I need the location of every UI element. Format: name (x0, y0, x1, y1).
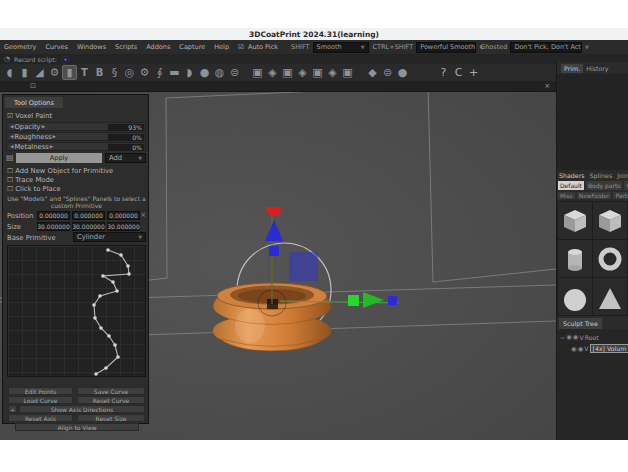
show-axis-directions-button[interactable]: Show Axis Directions (19, 405, 145, 413)
spiral-icon[interactable]: § (107, 65, 122, 80)
decrement-icon[interactable]: ◀ (10, 124, 13, 129)
record-button[interactable] (62, 56, 69, 63)
bolt-icon[interactable]: ◗ (182, 65, 197, 80)
model-shape-icon-1[interactable]: ▣ (250, 65, 265, 80)
dark-torus-icon[interactable]: ◍ (212, 65, 227, 80)
roughness-slider[interactable]: ◀ Roughness ▶ 0% (6, 132, 146, 141)
curve-path[interactable] (94, 250, 129, 374)
axis-pin-icon[interactable]: + (8, 405, 17, 413)
roughness-value[interactable]: 0% (108, 134, 144, 141)
sculpt-tree-tab[interactable]: Sculpt Tree (559, 318, 602, 329)
capsule-icon[interactable]: ◖ (2, 65, 17, 80)
curve-points[interactable] (92, 248, 131, 376)
model-shape-icon-4[interactable]: ◈ (295, 65, 310, 80)
metalness-slider[interactable]: ◀ Metalness ▶ 0% (6, 142, 146, 151)
bold-text-tool-icon[interactable]: B (92, 65, 107, 80)
size-z-field[interactable]: 30.000000 (107, 222, 140, 231)
model-shape-icon-7[interactable]: ▣ (340, 65, 355, 80)
tube-icon[interactable]: ▮ (17, 65, 32, 80)
menu-geometry[interactable]: Geometry (4, 43, 36, 51)
increment-icon[interactable]: ▶ (42, 124, 45, 129)
tab-splines[interactable]: Splines (590, 172, 613, 179)
align-to-view-button[interactable]: Align to View (15, 423, 139, 431)
tab-shaders[interactable]: Shaders (559, 172, 585, 179)
diamond-icon[interactable]: ◆ (365, 65, 380, 80)
reset-size-button[interactable]: Reset Size (77, 414, 145, 422)
ghost-eye-icon[interactable]: ◉ (578, 345, 584, 353)
reset-axis-button[interactable]: Reset Axis (8, 414, 73, 422)
tree-row-volume[interactable]: ◉ ◉ V [4x] Volum (571, 344, 628, 353)
category-body-parts[interactable]: Body parts (586, 181, 622, 190)
ghosted-mode-dropdown[interactable]: Don't Pick, Don't Act ▼ (510, 42, 582, 53)
tab-history[interactable]: History (583, 64, 611, 73)
save-curve-button[interactable]: Save Curve (77, 387, 145, 395)
trace-mode-checkbox[interactable]: ☐ Trace Mode (7, 176, 54, 184)
base-primitive-dropdown[interactable]: Cylinder ▼ (73, 232, 146, 242)
torus-icon[interactable]: ◎ (122, 65, 137, 80)
category-cloth[interactable]: Clo (624, 181, 628, 190)
cylinder-tool-icon[interactable]: ▮ (62, 65, 77, 80)
position-y-field[interactable]: 0.000000 (72, 211, 105, 220)
opacity-slider[interactable]: ◀ Opacity ▶ 93% (6, 122, 146, 131)
shader-thumb-cone[interactable] (593, 278, 627, 315)
visibility-eye-icon[interactable]: ◉ (571, 345, 577, 353)
clear-position-icon[interactable]: × (140, 211, 146, 219)
model-shape-icon-5[interactable]: ▣ (310, 65, 325, 80)
model-shape-icon-2[interactable]: ◈ (265, 65, 280, 80)
viewport-dock-icon[interactable]: ⊡ (30, 82, 36, 90)
shader-thumb-sphere[interactable] (558, 278, 592, 315)
add-new-object-checkbox[interactable]: ☐ Add New Object for Primitive (7, 167, 113, 175)
reset-curve-button[interactable]: Reset Curve (77, 396, 145, 404)
shader-thumb-cube-2[interactable] (593, 202, 627, 239)
close-icon[interactable]: × (544, 82, 550, 90)
volume-selected-item[interactable]: [4x] Volum (590, 344, 628, 353)
help-icon[interactable]: ? (436, 65, 451, 80)
ghost-eye-icon[interactable]: ◉ (573, 333, 579, 341)
visibility-eye-icon[interactable]: ◉ (566, 333, 572, 341)
category-default[interactable]: Default (558, 181, 584, 190)
voxel-paint-checkbox[interactable]: ☑ Voxel Paint (7, 112, 52, 120)
slab-icon[interactable]: ▬ (167, 65, 182, 80)
subcategory-misc[interactable]: Misc (558, 192, 575, 199)
gear-icon[interactable]: ⚙ (47, 65, 62, 80)
apply-button[interactable]: Apply (16, 153, 102, 163)
shader-thumb-cylinder[interactable] (558, 240, 592, 277)
position-z-field[interactable]: 0.000000 (107, 211, 140, 220)
profile-curve-editor[interactable] (7, 245, 146, 377)
ctrl-shift-action-dropdown[interactable]: Powerful Smooth ▼ (416, 42, 476, 53)
edit-points-button[interactable]: Edit Points (8, 387, 73, 395)
tab-prim[interactable]: Prim. (561, 64, 583, 73)
model-shape-icon-6[interactable]: ◈ (325, 65, 340, 80)
decrement-icon[interactable]: ◀ (10, 134, 13, 139)
menu-help[interactable]: Help (214, 43, 229, 51)
blob-icon[interactable]: ● (395, 65, 410, 80)
shader-thumb-cube-1[interactable] (558, 202, 592, 239)
load-curve-button[interactable]: Load Curve (8, 396, 73, 404)
menu-addons[interactable]: Addons (146, 43, 170, 51)
size-y-field[interactable]: 30.000000 (72, 222, 105, 231)
screw-icon[interactable]: ∮ (152, 65, 167, 80)
opacity-value[interactable]: 93% (108, 124, 144, 131)
increment-icon[interactable]: ▶ (50, 144, 53, 149)
x-axis-blue-cube[interactable] (388, 296, 397, 305)
x-axis-green-cube[interactable] (348, 295, 359, 306)
tool-options-tab[interactable]: Tool Options (5, 97, 63, 108)
ellipse-icon[interactable]: ⊜ (380, 65, 395, 80)
menu-scripts[interactable]: Scripts (115, 43, 137, 51)
blend-mode-dropdown[interactable]: Add ▼ (105, 153, 146, 163)
curves-toggle-icon[interactable]: C (451, 65, 466, 80)
auto-pick-toggle[interactable]: ☑ Auto Pick (238, 43, 278, 51)
position-x-field[interactable]: 0.000000 (37, 211, 70, 220)
text-tool-icon[interactable]: T (77, 65, 92, 80)
rivet-icon[interactable]: ● (197, 65, 212, 80)
menu-capture[interactable]: Capture (179, 43, 205, 51)
collapse-icon[interactable]: − (560, 334, 565, 341)
click-to-place-checkbox[interactable]: ☐ Click to Place (7, 185, 61, 193)
subcategory-newfolder[interactable]: NewFolder (577, 192, 612, 199)
add-tool-icon[interactable]: + (466, 65, 481, 80)
subcategory-parts[interactable]: Parts (613, 192, 628, 199)
decrement-icon[interactable]: ◀ (10, 144, 13, 149)
size-x-field[interactable]: 30.000000 (37, 222, 70, 231)
shift-action-dropdown[interactable]: Smooth ▼ (313, 42, 369, 53)
gear2-icon[interactable]: ⚙ (137, 65, 152, 80)
